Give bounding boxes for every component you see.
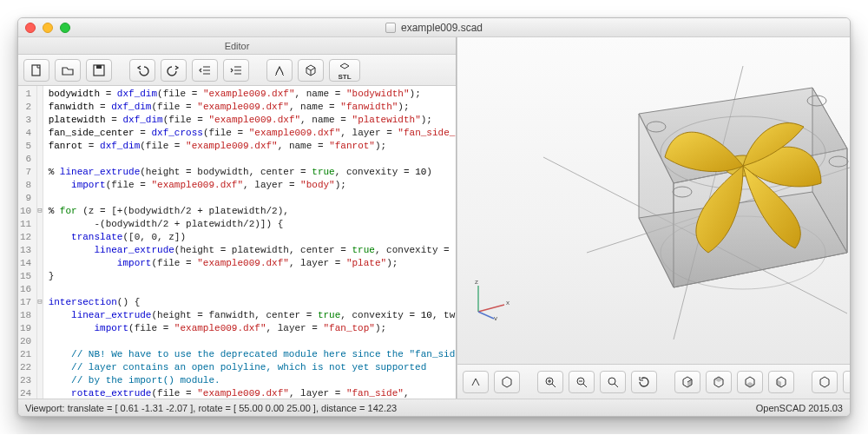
status-viewport: Viewport: translate = [ 0.61 -1.31 -2.07… [25,403,397,413]
editor-pane: Editor STL [18,37,457,399]
editor-header: Editor [18,37,456,55]
view-bottom-button[interactable] [737,371,763,393]
status-version: OpenSCAD 2015.03 [756,403,843,413]
redo-button[interactable] [161,59,187,82]
open-button[interactable] [55,59,81,82]
svg-line-25 [552,384,556,387]
titlebar[interactable]: example009.scad [18,18,850,37]
axes-gizmo: z x y [468,277,511,322]
close-icon[interactable] [25,23,36,33]
svg-point-31 [608,378,615,385]
code-editor[interactable]: 1 2 3 4 5 6 7 8 9 10 11 12 13 14 15 16 1… [18,86,456,399]
zoom-fit-button[interactable] [600,371,626,393]
svg-text:x: x [506,299,510,306]
indent-button[interactable] [223,59,249,82]
code-text[interactable]: bodywidth = dxf_dim(file = "example009.d… [43,86,456,399]
render-view-button[interactable] [494,371,520,393]
svg-text:z: z [475,278,478,286]
stl-label: STL [338,74,351,81]
svg-line-29 [583,384,587,387]
view-top-button[interactable] [706,371,732,393]
save-button[interactable] [86,59,112,82]
window-title: example009.scad [385,22,483,34]
model-render [526,53,850,348]
render-button[interactable] [298,59,324,82]
new-button[interactable] [23,59,49,82]
traffic-lights [25,23,70,33]
editor-toolbar: STL [18,55,456,86]
unindent-button[interactable] [192,59,218,82]
view-left-button[interactable] [768,371,794,393]
svg-line-32 [615,384,618,387]
svg-line-20 [478,312,494,319]
line-gutter: 1 2 3 4 5 6 7 8 9 10 11 12 13 14 15 16 1… [18,86,37,399]
svg-line-19 [478,305,504,312]
zoom-icon[interactable] [60,23,70,33]
viewer-toolbar [457,364,850,399]
minimize-icon[interactable] [43,23,53,33]
view-front-button[interactable] [812,371,838,393]
undo-button[interactable] [129,59,155,82]
viewer-canvas[interactable]: z x y [457,37,850,364]
document-icon [385,23,396,33]
svg-text:y: y [494,314,497,320]
export-stl-button[interactable]: STL [329,59,360,82]
preview-view-button[interactable] [463,371,489,393]
svg-rect-0 [32,65,40,76]
reset-view-button[interactable] [631,371,657,393]
zoom-in-button[interactable] [537,371,563,393]
preview-button[interactable] [266,59,293,82]
window-title-text: example009.scad [401,22,483,34]
view-right-button[interactable] [674,371,700,393]
editor-header-label: Editor [225,41,250,51]
app-window: example009.scad Editor [17,17,851,417]
view-back-button[interactable] [843,371,850,393]
zoom-out-button[interactable] [569,371,595,393]
viewer-pane: z x y [457,37,850,399]
svg-rect-2 [96,65,102,69]
statusbar: Viewport: translate = [ 0.61 -1.31 -2.07… [18,399,850,416]
